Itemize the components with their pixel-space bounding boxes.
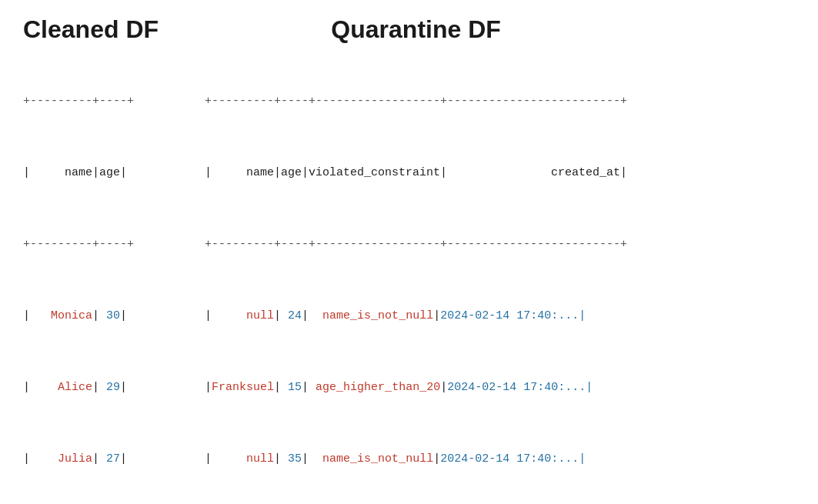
quarantine-row-1: | null| 24| name_is_not_null|2024-02-14 … xyxy=(205,307,627,325)
quarantine-separator-top: +---------+----+------------------+-----… xyxy=(205,92,627,110)
cleaned-separator-top: +---------+----+ xyxy=(23,92,134,110)
quarantine-row-3: | null| 35| name_is_not_null|2024-02-14 … xyxy=(205,450,627,468)
quarantine-header: | name|age|violated_constraint| created_… xyxy=(205,164,627,182)
cleaned-row-3: | Julia| 27| xyxy=(23,450,134,468)
main-container: Cleaned DF +---------+----+ | name|age| … xyxy=(23,15,795,504)
cleaned-separator-mid: +---------+----+ xyxy=(23,235,134,253)
cleaned-df-section: Cleaned DF +---------+----+ | name|age| … xyxy=(23,15,159,504)
quarantine-df-section: Quarantine DF +---------+----+----------… xyxy=(205,15,627,504)
cleaned-row-1: | Monica| 30| xyxy=(23,307,134,325)
quarantine-df-table: +---------+----+------------------+-----… xyxy=(205,56,627,504)
cleaned-row-2: | Alice| 29| xyxy=(23,379,134,396)
cleaned-df-table: +---------+----+ | name|age| +---------+… xyxy=(23,56,134,504)
quarantine-row-2: |Franksuel| 15| age_higher_than_20|2024-… xyxy=(205,379,627,396)
quarantine-df-title: Quarantine DF xyxy=(205,15,627,44)
cleaned-header: | name|age| xyxy=(23,164,134,182)
quarantine-separator-mid: +---------+----+------------------+-----… xyxy=(205,235,627,253)
cleaned-df-title: Cleaned DF xyxy=(23,15,159,44)
